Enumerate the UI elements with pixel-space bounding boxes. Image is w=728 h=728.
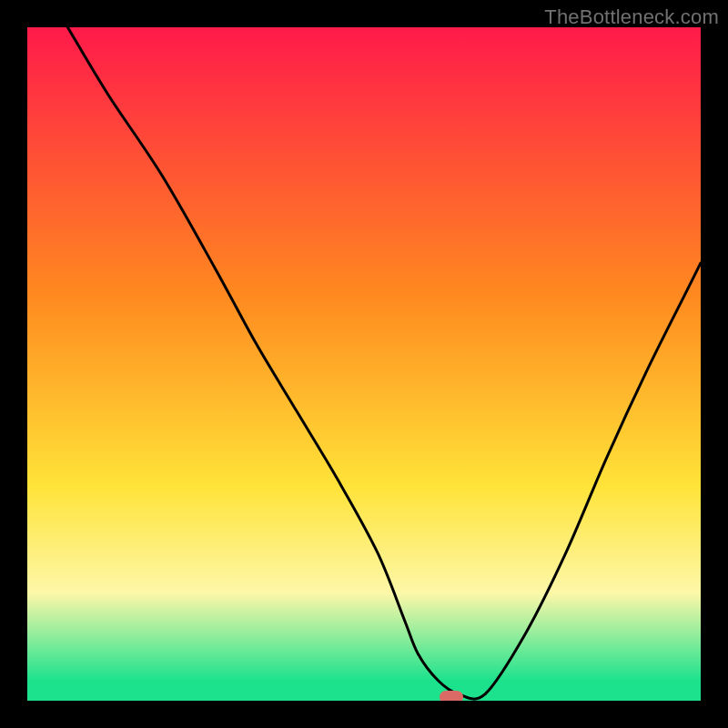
watermark-text: TheBottleneck.com	[544, 5, 719, 29]
optimal-point-marker	[440, 691, 463, 701]
chart-plot-area	[27, 27, 701, 701]
bottleneck-curve	[27, 27, 701, 701]
